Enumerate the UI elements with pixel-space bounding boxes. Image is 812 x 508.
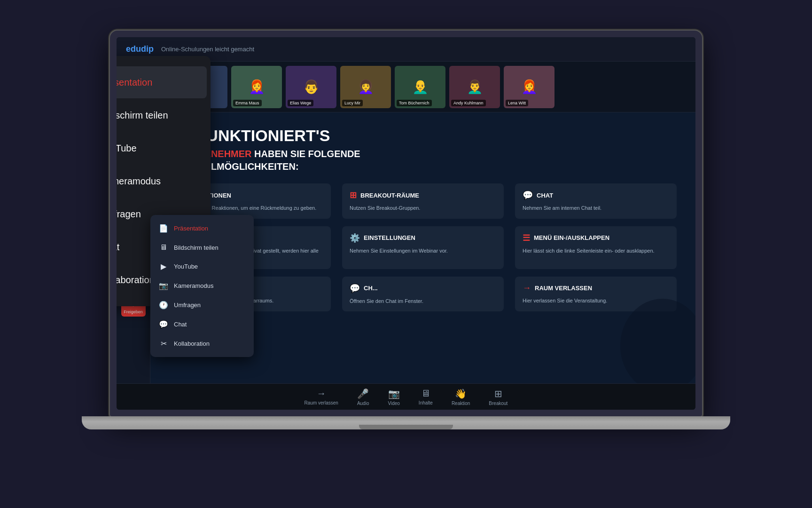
dropdown-chat-icon: 💬 — [159, 320, 168, 329]
bottom-btn-breakout[interactable]: ⊞ Breakout — [489, 388, 508, 406]
laptop-screen: Präsentation Bildschirm teilen — [110, 31, 702, 416]
bottom-btn-raum[interactable]: → Raum verlassen — [304, 388, 338, 405]
dropdown-pdf-icon: 📄 — [159, 224, 168, 233]
bottom-btn-reaktion[interactable]: 👋 Reaktion — [452, 388, 470, 406]
participant-name: Lucy Mir — [342, 100, 363, 106]
feature-breakout: ⊞ BREAKOUT-RÄUME Nutzen Sie Breakout-Gru… — [342, 183, 504, 219]
participant-name: Elias Wege — [288, 100, 313, 106]
dropdown-camera-icon: 📷 — [159, 281, 168, 290]
decorative-shape — [620, 299, 695, 383]
sidebar-label-youtube: YouTube — [117, 143, 137, 154]
feature-title: → RAUM VERLASSEN — [523, 283, 669, 293]
dropdown-item-bildschirm[interactable]: 🖥 Bildschirm teilen — [150, 238, 254, 257]
dropdown-item-chat[interactable]: 💬 Chat — [150, 315, 254, 334]
feature-title: ⚙️ EINSTELLUNGEN — [350, 233, 496, 243]
bottom-btn-audio[interactable]: 🎤 Audio — [357, 388, 369, 406]
participant-thumb: 👨‍🦱 Andy Kuhlmann — [449, 66, 500, 108]
participant-thumb: 👩‍🦱 Lucy Mir — [340, 66, 391, 108]
participant-thumb: 👨‍🦲 Tom Büchernich — [395, 66, 445, 108]
dropdown-menu: 📄 Präsentation 🖥 Bildschirm teilen ▶ You… — [150, 215, 254, 357]
dropdown-item-kollaboration[interactable]: ✂ Kollaboration — [150, 334, 254, 353]
feature-title: 💬 CHAT — [523, 190, 669, 200]
dropdown-screen-icon: 🖥 — [159, 243, 168, 252]
laptop-wrapper: Präsentation Bildschirm teilen — [77, 31, 735, 477]
feature-chat2: 💬 CH... Öffnen Sie den Chat im Fenster. — [342, 277, 504, 312]
bottom-btn-inhalte[interactable]: 🖥 Inhalte — [419, 388, 433, 405]
feature-menue: ☰ MENÜ EIN-/AUSKLAPPEN Hier lässt sich d… — [515, 226, 677, 269]
feature-desc: Nehmen Sie am internen Chat teil. — [523, 204, 669, 212]
participant-thumb: 👩‍🦰 Lena Witt — [504, 66, 554, 108]
dropdown-item-kamera[interactable]: 📷 Kameramodus — [150, 276, 254, 295]
dropdown-youtube-icon: ▶ — [159, 262, 168, 271]
sidebar-label-umfragen: Umfragen — [117, 209, 141, 220]
feature-chat: 💬 CHAT Nehmen Sie am internen Chat teil. — [515, 183, 677, 219]
participant-thumb: 👨 Elias Wege — [286, 66, 336, 108]
sidebar-label-kamera: Kameramodus — [117, 176, 161, 187]
app-tagline: Online-Schulungen leicht gemacht — [161, 46, 254, 53]
slide-subtitle2: AUSWAHLMÖGLICHKEITEN: — [169, 161, 677, 172]
feature-desc: Öffnen Sie den Chat im Fenster. — [350, 297, 496, 305]
dropdown-item-umfragen[interactable]: 🕐 Umfragen — [150, 295, 254, 315]
dropdown-collab-icon: ✂ — [159, 339, 168, 348]
sidebar-item-kamera[interactable]: Kameramodus — [117, 165, 207, 197]
sidebar-item-bildschirm[interactable]: Bildschirm teilen — [117, 99, 207, 131]
feature-title: 💬 CH... — [350, 283, 496, 294]
slide-title: SO FUNKTIONIERT'S — [169, 127, 677, 145]
screen-inner: Präsentation Bildschirm teilen — [117, 37, 695, 410]
bottom-btn-video[interactable]: 📷 Video — [388, 388, 399, 406]
dropdown-item-praesentation[interactable]: 📄 Präsentation — [150, 219, 254, 238]
feature-desc: Nutzen Sie Breakout-Gruppen. — [350, 204, 496, 212]
feature-title: ☰ MENÜ EIN-/AUSKLAPPEN — [523, 233, 669, 243]
participant-name: Tom Büchernich — [397, 100, 432, 106]
feature-desc: Hier lässt sich die linke Seitenleiste e… — [523, 247, 669, 255]
slide-subtitle: ALS TEILNEHMER HABEN SIE FOLGENDE — [169, 149, 677, 159]
participant-name: Andy Kuhlmann — [451, 100, 486, 106]
participant-name: Emma Maus — [233, 100, 262, 106]
dropdown-item-youtube[interactable]: ▶ YouTube — [150, 257, 254, 276]
feature-einstellungen: ⚙️ EINSTELLUNGEN Nehmen Sie Einstellunge… — [342, 226, 504, 269]
participant-name: Lena Witt — [506, 100, 528, 106]
feature-title: ⊞ BREAKOUT-RÄUME — [350, 190, 496, 200]
sidebar-label-kollaboration: Kollaboration — [117, 275, 155, 286]
sidebar-item-youtube[interactable]: YouTube — [117, 132, 207, 164]
laptop-base — [82, 416, 730, 429]
sidebar-label-praesentation: Präsentation — [117, 77, 152, 88]
feature-desc: Nehmen Sie Einstellungen im Webinar vor. — [350, 247, 496, 255]
bottom-bar: → Raum verlassen 🎤 Audio 📷 Video 🖥 Inhal… — [117, 383, 695, 410]
sidebar-item-praesentation[interactable]: Präsentation — [117, 66, 207, 98]
dropdown-poll-icon: 🕐 — [159, 301, 168, 310]
participant-thumb: 👩‍🦰 Emma Maus — [231, 66, 282, 108]
sidebar-label-chat: Chat — [117, 242, 119, 253]
app-logo: edudip — [126, 44, 154, 54]
sidebar-label-bildschirm: Bildschirm teilen — [117, 110, 168, 121]
